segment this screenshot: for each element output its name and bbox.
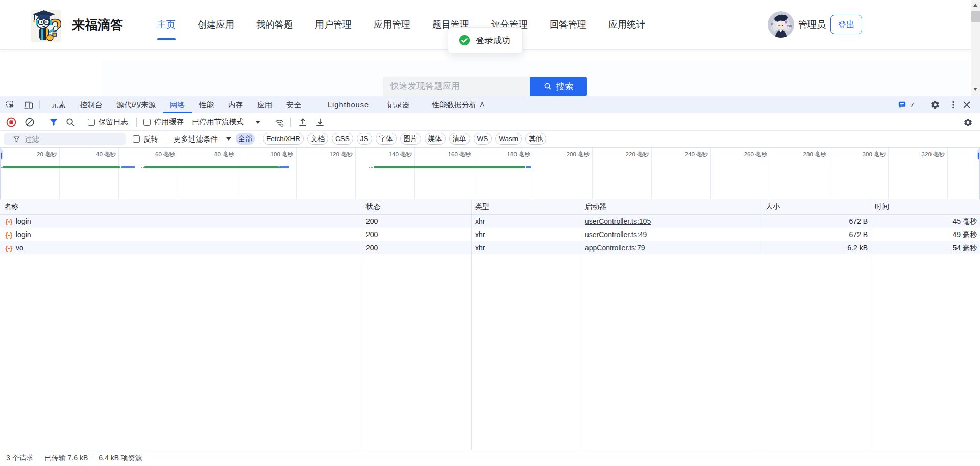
screen: ? 来福滴答 bbox=[0, 0, 980, 466]
close-devtools-icon[interactable] bbox=[962, 100, 972, 110]
column-header-name[interactable]: 名称 bbox=[0, 199, 362, 214]
more-filters-caret-icon[interactable] bbox=[226, 137, 231, 141]
request-initiator-link[interactable]: userController.ts:49 bbox=[585, 230, 647, 239]
more-options-kebab-icon[interactable] bbox=[948, 100, 959, 110]
issues-bubble-icon bbox=[897, 100, 907, 110]
filter-chip-css[interactable]: CSS bbox=[332, 133, 353, 145]
filter-chip-media[interactable]: 媒体 bbox=[425, 133, 446, 145]
svg-text:}: } bbox=[10, 231, 12, 238]
request-row[interactable]: { } vo 200 xhr appController.ts:79 6.2 k… bbox=[0, 241, 980, 254]
tab-performance[interactable]: 性能 bbox=[192, 96, 221, 113]
import-har-icon[interactable] bbox=[298, 117, 308, 127]
request-initiator-link[interactable]: userController.ts:105 bbox=[585, 217, 651, 225]
inspect-element-icon[interactable] bbox=[5, 100, 15, 110]
scrollbar-thumb[interactable] bbox=[971, 11, 980, 22]
tabbar-divider bbox=[39, 100, 40, 109]
request-size: 6.2 kB bbox=[762, 241, 871, 254]
tab-elements[interactable]: 元素 bbox=[44, 96, 73, 113]
more-filters-dropdown[interactable]: 更多过滤条件 bbox=[174, 131, 218, 147]
nav-item-create-app[interactable]: 创建应用 bbox=[198, 0, 234, 49]
disable-cache-checkbox[interactable] bbox=[143, 119, 151, 126]
search-network-icon[interactable] bbox=[65, 117, 76, 127]
column-divider[interactable] bbox=[762, 199, 762, 450]
overview-queue-dot bbox=[371, 167, 373, 168]
preserve-log-checkbox[interactable] bbox=[88, 119, 95, 126]
preserve-log-label: 保留日志 bbox=[99, 113, 128, 130]
overview-tick-label: 160 毫秒 bbox=[448, 151, 471, 158]
column-divider[interactable] bbox=[871, 199, 871, 450]
tab-console[interactable]: 控制台 bbox=[73, 96, 110, 113]
filter-chip-manifest[interactable]: 清单 bbox=[449, 133, 470, 145]
avatar[interactable]: If you bbox=[768, 11, 794, 38]
nav-item-user-management[interactable]: 用户管理 bbox=[315, 0, 352, 49]
filter-input[interactable] bbox=[24, 133, 121, 145]
request-row[interactable]: { } login 200 xhr userController.ts:105 … bbox=[0, 215, 980, 228]
devtools-settings-icon[interactable] bbox=[930, 100, 940, 110]
filter-funnel-icon[interactable] bbox=[48, 117, 59, 127]
column-header-type[interactable]: 类型 bbox=[471, 199, 581, 214]
overview-right-handle[interactable] bbox=[977, 149, 980, 160]
issues-counter[interactable]: 7 bbox=[897, 96, 914, 113]
site-logo[interactable]: ? bbox=[31, 10, 61, 42]
network-conditions-icon[interactable] bbox=[274, 116, 285, 128]
filter-chip-ws[interactable]: WS bbox=[474, 133, 492, 145]
request-initiator-cell: userController.ts:105 bbox=[581, 215, 762, 228]
overview-gridline bbox=[651, 148, 652, 200]
logout-button[interactable]: 登出 bbox=[830, 15, 862, 34]
throttling-select[interactable]: 已停用节流模式 bbox=[192, 113, 244, 130]
nav-item-my-answers[interactable]: 我的答题 bbox=[256, 0, 293, 49]
record-network-log-icon[interactable] bbox=[6, 116, 17, 128]
column-divider[interactable] bbox=[581, 199, 581, 450]
nav-item-app-management[interactable]: 应用管理 bbox=[374, 0, 410, 49]
filter-chip-doc[interactable]: 文档 bbox=[307, 133, 328, 145]
tab-security[interactable]: 安全 bbox=[279, 96, 308, 113]
request-size: 672 B bbox=[762, 215, 871, 228]
status-requests-count: 3 个请求 bbox=[6, 454, 34, 463]
request-type: xhr bbox=[471, 228, 581, 241]
filter-chip-font[interactable]: 字体 bbox=[376, 133, 397, 145]
filter-chip-wasm[interactable]: Wasm bbox=[495, 133, 522, 145]
search-input[interactable] bbox=[383, 77, 530, 96]
tab-application[interactable]: 应用 bbox=[250, 96, 279, 113]
tab-lighthouse[interactable]: Lighthouse bbox=[321, 96, 376, 113]
device-toolbar-icon[interactable] bbox=[23, 100, 34, 110]
overview-gridline bbox=[888, 148, 889, 200]
request-initiator-link[interactable]: appController.ts:79 bbox=[585, 244, 645, 252]
filter-chips: Fetch/XHR 文档 CSS JS 字体 图片 媒体 清单 WS Wasm … bbox=[263, 133, 546, 145]
filter-chip-fetch-xhr[interactable]: Fetch/XHR bbox=[263, 133, 304, 145]
request-row[interactable]: { } login 200 xhr userController.ts:49 6… bbox=[0, 228, 980, 241]
nav-item-answer-management[interactable]: 回答管理 bbox=[550, 0, 586, 49]
tab-network[interactable]: 网络 bbox=[163, 96, 192, 113]
overview-left-handle[interactable] bbox=[0, 149, 3, 160]
column-header-time[interactable]: 时间 bbox=[871, 199, 980, 214]
scrollbar-down-arrow-icon[interactable] bbox=[973, 88, 977, 91]
page-scrollbar[interactable] bbox=[971, 0, 980, 96]
scrollbar-up-arrow-icon[interactable] bbox=[973, 4, 977, 7]
filter-inputbox[interactable] bbox=[4, 133, 126, 145]
column-header-size[interactable]: 大小 bbox=[762, 199, 871, 214]
tab-performance-insights[interactable]: 性能数据分析 bbox=[425, 96, 493, 113]
column-header-status[interactable]: 状态 bbox=[362, 199, 471, 214]
filter-chip-other[interactable]: 其他 bbox=[525, 133, 546, 145]
filter-chip-img[interactable]: 图片 bbox=[400, 133, 421, 145]
tab-recorder[interactable]: 记录器 bbox=[380, 96, 417, 113]
search-button[interactable]: 搜索 bbox=[530, 77, 587, 96]
column-divider[interactable] bbox=[362, 199, 362, 450]
nav-item-app-statistics[interactable]: 应用统计 bbox=[608, 0, 645, 49]
column-divider[interactable] bbox=[471, 199, 472, 450]
column-header-initiator[interactable]: 启动器 bbox=[581, 199, 762, 214]
tab-sources[interactable]: 源代码/来源 bbox=[110, 96, 163, 113]
tab-memory[interactable]: 内存 bbox=[221, 96, 250, 113]
nav-item-home[interactable]: 主页 bbox=[157, 0, 176, 49]
filter-chip-all[interactable]: 全部 bbox=[236, 133, 255, 145]
throttling-caret-icon[interactable] bbox=[255, 121, 260, 124]
network-settings-icon[interactable] bbox=[963, 118, 973, 127]
overview-waterfall-blue-bar bbox=[121, 166, 135, 168]
clear-network-log-icon[interactable] bbox=[24, 117, 35, 127]
export-har-icon[interactable] bbox=[315, 117, 325, 127]
filter-chip-js[interactable]: JS bbox=[357, 133, 372, 145]
network-overview-timeline[interactable]: 20 毫秒40 毫秒60 毫秒80 毫秒100 毫秒120 毫秒140 毫秒16… bbox=[0, 147, 980, 200]
invert-checkbox[interactable] bbox=[133, 135, 140, 143]
overview-gridline bbox=[947, 148, 948, 200]
request-type: xhr bbox=[471, 241, 581, 254]
